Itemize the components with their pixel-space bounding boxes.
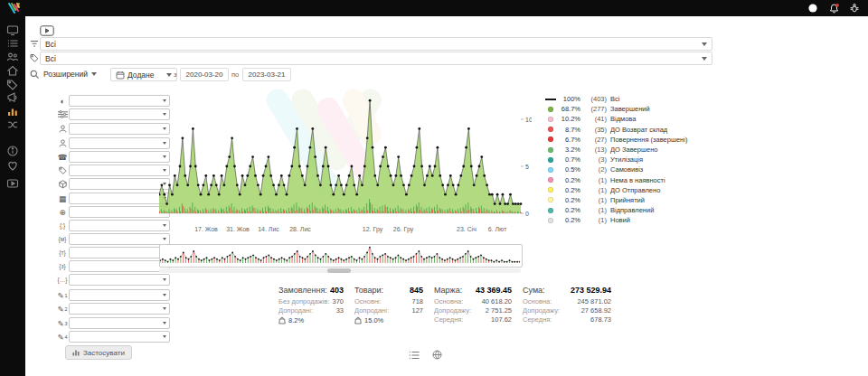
nav-analytics[interactable] [0,105,25,118]
phone-filter-select[interactable] [69,151,170,163]
nav-dashboard[interactable] [0,24,25,36]
nav-video[interactable] [0,177,25,190]
summary-list-button[interactable] [409,347,420,363]
profile-button[interactable] [807,2,819,14]
legend-percent: 100% [557,95,580,103]
legend-item[interactable]: 3.2%(13)ДО Завершено [544,145,707,155]
visibility-filter-select[interactable] [69,95,170,107]
legend-percent: 10.2% [557,115,580,123]
chevron-down-icon [702,42,707,46]
legend-item[interactable]: 0.5%(2)Самовивіз [544,164,707,174]
apply-button[interactable]: Застосувати [65,345,132,360]
legend-count: (1) [583,196,607,204]
nav-partners[interactable] [0,159,25,172]
legend-item[interactable]: 0.2%(1)Новий [544,215,707,225]
search-mode-select[interactable]: Розширений [43,68,97,80]
custom-field-filter-4[interactable] [69,260,170,272]
filter-row-custom-4: {з} [56,260,170,272]
nav-integrations[interactable] [0,118,25,131]
horizontal-scrollbar[interactable] [159,268,521,273]
legend-dot [548,208,553,213]
legend-item[interactable]: 0.2%(1)Відправлений [544,205,707,215]
filter-row-note-3: ✎3 [56,317,170,329]
settings-filter-select[interactable] [69,108,170,120]
legend-item[interactable]: 68.7%(277)Завершений [544,104,707,114]
legend-label: Утилізація [610,155,643,164]
legend-count: (35) [583,126,607,134]
tags-filter-select[interactable]: Всі [40,52,712,65]
note-filter-1[interactable] [69,289,170,301]
pencil-icon: ✎2 [56,305,69,314]
note-filter-3[interactable] [69,317,170,329]
legend-count: (2) [583,165,607,174]
note-filter-4[interactable] [69,331,170,343]
legend-dot [548,136,553,142]
nav-info[interactable] [0,145,25,157]
legend-item[interactable]: 0.2%(1)ДО Отправлено [544,185,707,195]
custom-field-filter-2[interactable] [69,233,170,245]
notifications-button[interactable] [827,2,840,14]
legend-item[interactable]: 100%(403)Всі [544,94,707,104]
tag-filter-select[interactable] [69,164,170,176]
nav-orders[interactable] [0,37,25,50]
chart-brush[interactable] [159,244,523,268]
legend-item[interactable]: 0.2%(1)Нема в наявності [544,175,707,185]
legend-label: ДО Отправлено [610,186,660,194]
chevron-down-icon [163,294,166,296]
legend-item[interactable]: 6.7%(27)Повернення (завершені) [544,135,707,145]
status-filter-select[interactable]: Всі [40,37,712,51]
app-logo[interactable] [7,2,22,18]
filter-row-manager [56,123,170,135]
nav-warehouse[interactable] [0,64,25,77]
filter-panel: ◐ ☎ ▦ ⊕ {;} {м} {т} [25,86,150,348]
orders-timeline-chart[interactable]: 0510 [159,87,532,228]
legend-count: (1) [583,216,607,224]
debug-button[interactable] [848,2,861,14]
filter-row-custom-1: {;} [56,220,170,231]
custom-field-filter-5[interactable] [69,274,170,286]
category-filter-select[interactable] [69,193,170,204]
client-filter-select[interactable] [69,137,170,149]
custom-field-filter-3[interactable] [69,247,170,258]
date-field-select[interactable]: Додане [110,68,177,81]
stat-title: Сума:273 529.94 [523,286,611,295]
nav-customers[interactable] [0,51,25,63]
legend-count: (1) [583,186,607,194]
bag-icon [278,316,286,324]
chevron-down-icon [163,238,166,240]
legend-item[interactable]: 0.7%(3)Утилізація [544,155,707,164]
globe-button[interactable] [432,347,442,363]
scrollbar-thumb[interactable] [327,268,351,273]
legend-label: Завершений [610,105,650,113]
y-axis-tick: 0 [525,211,529,217]
date-to-input[interactable]: 2023-03-21 [242,68,291,81]
nav-products[interactable] [0,78,25,90]
legend-item[interactable]: 10.2%(41)Відмова [544,114,707,124]
legend-label: Новий [610,216,630,224]
x-axis-label: 26. Гру [393,226,413,232]
legend-label: Нема в наявності [610,176,665,184]
x-axis-label: 12. Гру [363,226,382,232]
legend-label: ДО Возврат склад [610,126,667,134]
nav-marketing[interactable] [0,91,25,104]
stat-subrow: Основна:245 871.02 [523,297,611,306]
topbar [0,0,868,16]
stat-column: Маржа:43 369.45Основна:40 618.20Допродаж… [434,286,512,324]
product-filter-select[interactable] [69,178,170,190]
chevron-down-icon [702,57,707,61]
filter-row-client [56,137,170,149]
date-from-input[interactable]: 2020-03-20 [180,68,229,81]
legend-count: (1) [583,176,607,184]
custom-field-filter-1[interactable] [69,220,170,231]
stat-subrow: Допродані:33 [278,306,344,315]
tag-icon [30,53,39,62]
legend-percent: 0.2% [557,176,580,184]
funnel-icon [30,40,39,48]
source-filter-select[interactable] [69,206,170,218]
manager-filter-select[interactable] [69,123,170,135]
shuffle-icon [6,118,19,131]
legend-item[interactable]: 8.7%(35)ДО Возврат склад [544,125,707,135]
globe-icon: ⊕ [56,208,69,217]
note-filter-2[interactable] [69,303,170,315]
legend-item[interactable]: 0.2%(1)Прийнятий [544,195,707,205]
